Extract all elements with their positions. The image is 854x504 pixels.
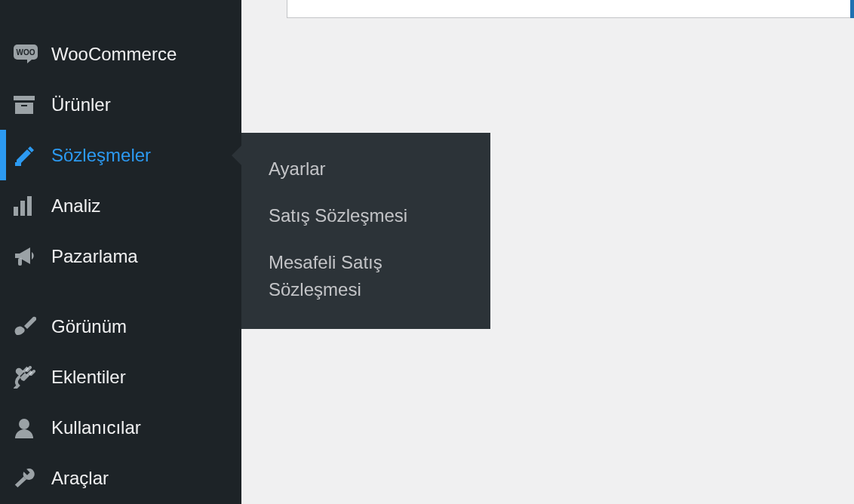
sidebar-item-woocommerce[interactable]: WOO WooCommerce (0, 29, 241, 79)
svg-rect-4 (21, 105, 27, 106)
submenu-item-label: Mesafeli Satış Sözleşmesi (269, 252, 382, 300)
svg-rect-3 (15, 103, 33, 114)
megaphone-icon (14, 246, 41, 267)
svg-rect-8 (27, 196, 32, 216)
sidebar-item-appearance[interactable]: Görünüm (0, 301, 241, 352)
submenu-item-sales-contract[interactable]: Satış Sözleşmesi (241, 195, 490, 237)
sidebar-item-label: Kullanıcılar (51, 417, 141, 438)
sidebar-item-marketing[interactable]: Pazarlama (0, 231, 241, 281)
sidebar-item-label: Görünüm (51, 316, 127, 337)
paintbrush-icon (14, 315, 41, 338)
svg-rect-2 (14, 96, 35, 100)
archive-icon (14, 96, 41, 114)
wrench-icon (14, 467, 41, 490)
sidebar-item-tools[interactable]: Araçlar (0, 453, 241, 503)
top-panel-fragment (287, 0, 854, 18)
sidebar-item-label: Analiz (51, 195, 100, 217)
sidebar-item-users[interactable]: Kullanıcılar (0, 402, 241, 453)
svg-rect-9 (18, 258, 22, 266)
user-icon (14, 417, 41, 438)
svg-text:WOO: WOO (17, 48, 35, 57)
submenu-item-label: Satış Sözleşmesi (269, 205, 407, 226)
sidebar-item-label: Sözleşmeler (51, 145, 151, 166)
svg-rect-5 (15, 162, 21, 166)
svg-rect-6 (14, 207, 18, 216)
sidebar-item-label: Pazarlama (51, 246, 138, 267)
submenu-item-label: Ayarlar (269, 158, 326, 179)
sidebar-item-analytics[interactable]: Analiz (0, 180, 241, 231)
svg-rect-7 (20, 201, 25, 216)
svg-point-12 (19, 419, 29, 429)
sidebar-item-contracts[interactable]: Sözleşmeler (0, 130, 241, 180)
sidebar-item-label: Eklentiler (51, 367, 126, 388)
admin-sidebar: WOO WooCommerce Ürünler Sözleşmeler (0, 0, 241, 504)
woocommerce-icon: WOO (14, 45, 41, 64)
sidebar-item-label: Ürünler (51, 94, 111, 115)
sidebar-item-plugins[interactable]: Eklentiler (0, 352, 241, 402)
pencil-write-icon (14, 145, 41, 166)
submenu-flyout: Ayarlar Satış Sözleşmesi Mesafeli Satış … (241, 133, 490, 329)
menu-separator (0, 281, 241, 301)
sidebar-item-label: Araçlar (51, 468, 109, 489)
submenu-item-settings[interactable]: Ayarlar (241, 148, 490, 190)
bar-chart-icon (14, 196, 41, 216)
submenu-item-distance-contract[interactable]: Mesafeli Satış Sözleşmesi (241, 241, 490, 311)
sidebar-item-label: WooCommerce (51, 44, 177, 65)
plug-icon (14, 366, 41, 389)
sidebar-item-products[interactable]: Ürünler (0, 79, 241, 130)
